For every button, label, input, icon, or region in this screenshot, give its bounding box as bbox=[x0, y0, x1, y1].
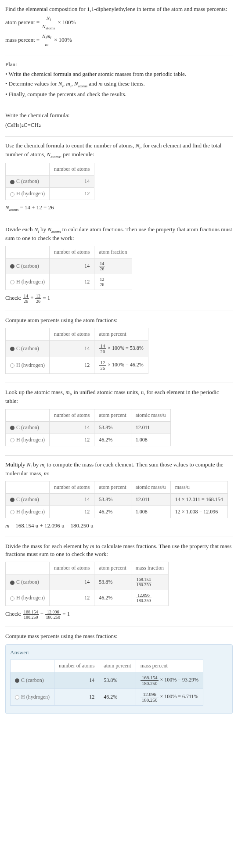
check-label: Check: bbox=[5, 611, 23, 617]
chemical-formula: (C₆H₅)₂C=CH₂ bbox=[5, 121, 233, 129]
cell-value: 1.008 bbox=[131, 434, 170, 446]
atom-frac-intro: Divide each Ni by Natoms to calculate at… bbox=[5, 226, 233, 242]
cell-value: 46.2% bbox=[94, 506, 131, 518]
elem-label: H (hydrogen) bbox=[16, 279, 45, 285]
mass-frac-section: Divide the mass for each element by m to… bbox=[5, 542, 233, 627]
cell-value: 12 × 1.008 = 12.096 bbox=[170, 506, 227, 518]
cell-value: 14 bbox=[49, 493, 94, 506]
cell-value: 53.8% bbox=[94, 421, 131, 434]
carbon-circle-icon bbox=[10, 498, 14, 502]
th: atomic mass/u bbox=[131, 409, 170, 421]
carbon-circle-icon bbox=[10, 347, 14, 351]
atom-frac-table: number of atomsatom fraction C (carbon) … bbox=[5, 246, 132, 290]
cell-value: 12 bbox=[49, 506, 94, 518]
atom-pct-title: Compute atom percents using the atom fra… bbox=[5, 316, 233, 324]
page-content: Find the elemental composition for 1,1-d… bbox=[0, 0, 238, 728]
mass-pct-section: Compute mass percents using the mass fra… bbox=[5, 632, 233, 719]
cell-value: 12.011 bbox=[131, 493, 170, 506]
cell-frac: 1226 bbox=[94, 274, 132, 290]
th: number of atoms bbox=[49, 409, 94, 421]
mass-frac-intro: Divide the mass for each element by m to… bbox=[5, 542, 233, 558]
cell-calc: 12.096180.250 × 100% = 6.711% bbox=[136, 689, 203, 705]
formula-title: Write the chemical formula: bbox=[5, 111, 233, 119]
carbon-circle-icon bbox=[10, 581, 14, 585]
mc-pre: Multiply bbox=[5, 461, 27, 468]
plan-bullet-3: • Finally, compute the percents and chec… bbox=[5, 90, 233, 98]
cell-value: 12 bbox=[49, 357, 94, 374]
table-row: H (hydrogen) 12 bbox=[6, 188, 94, 200]
th: atom percent bbox=[94, 481, 131, 493]
times-100-b: × 100% bbox=[54, 36, 72, 43]
elem-label: C (carbon) bbox=[16, 579, 39, 585]
plan-bullet-1: • Write the chemical formula and gather … bbox=[5, 70, 233, 78]
count-total: Natoms = 14 + 12 = 26 bbox=[5, 204, 233, 212]
cell-value: 14 bbox=[49, 574, 94, 590]
check-eq: = 1 bbox=[61, 611, 70, 617]
answer-box: Answer: number of atomsatom percentmass … bbox=[5, 644, 233, 714]
plan-bullet-2: • Determine values for Ni, mi, Natoms an… bbox=[5, 80, 233, 89]
mass-lookup-section: Look up the atomic mass, mi, in unified … bbox=[5, 388, 233, 455]
check-eq: = 1 bbox=[41, 294, 50, 301]
elem-label: C (carbon) bbox=[16, 263, 39, 269]
table-row: C (carbon) 14 bbox=[6, 176, 94, 188]
atom-frac-check: Check: 1426 + 1226 = 1 bbox=[5, 294, 233, 304]
mass-total-eq: = 168.154 u + 12.096 u = 180.250 u bbox=[9, 522, 93, 529]
mass-lookup-intro: Look up the atomic mass, mi, in unified … bbox=[5, 388, 233, 405]
cell-frac: 1426 bbox=[94, 258, 132, 274]
th: mass percent bbox=[136, 660, 203, 672]
mass-compute-intro: Multiply Ni by mi to compute the mass fo… bbox=[5, 461, 233, 477]
table-row: H (hydrogen) 12 1226 × 100% = 46.2% bbox=[6, 357, 148, 374]
check-label: Check: bbox=[5, 294, 23, 301]
cell-value: 12 bbox=[49, 590, 94, 606]
cell-value: 14 bbox=[54, 672, 99, 689]
th: atom fraction bbox=[94, 246, 132, 258]
count-intro: Use the chemical formula to count the nu… bbox=[5, 142, 233, 159]
cell-value: 14 × 12.011 = 168.154 bbox=[170, 493, 227, 506]
atom-percent-fraction: Ni Natoms bbox=[41, 15, 56, 31]
plan-section: Plan: • Write the chemical formula and g… bbox=[5, 61, 233, 106]
cell-frac: 168.154180.250 bbox=[131, 574, 168, 590]
count-intro-pre: Use the chemical formula to count the nu… bbox=[5, 142, 135, 149]
table-row: H (hydrogen) 12 46.2% 1.008 bbox=[6, 434, 171, 446]
cell-value: 53.8% bbox=[94, 493, 131, 506]
times-100: × 100% bbox=[58, 19, 76, 25]
carbon-circle-icon bbox=[15, 678, 19, 683]
cell-value: 53.8% bbox=[94, 574, 131, 590]
hydrogen-circle-icon bbox=[15, 695, 19, 699]
th: number of atoms bbox=[49, 562, 94, 574]
elem-label: H (hydrogen) bbox=[16, 509, 45, 515]
intro-section: Find the elemental composition for 1,1-d… bbox=[5, 5, 233, 55]
cell-value: 46.2% bbox=[99, 689, 136, 705]
plan-title: Plan: bbox=[5, 61, 233, 68]
cell-value: 14 bbox=[49, 341, 94, 357]
table-row: C (carbon) 14 1426 bbox=[6, 258, 132, 274]
table-row: H (hydrogen) 12 1226 bbox=[6, 274, 132, 290]
mass-percent-fraction: Nimi m bbox=[41, 33, 52, 48]
mass-frac-table: number of atomsatom percentmass fraction… bbox=[5, 562, 169, 606]
hydrogen-circle-icon bbox=[10, 438, 14, 442]
table-row: H (hydrogen) 12 46.2% 12.096180.250 bbox=[6, 590, 169, 606]
atom-frac-section: Divide each Ni by Natoms to calculate at… bbox=[5, 226, 233, 311]
elem-label: C (carbon) bbox=[21, 677, 44, 683]
ml-pre: Look up the atomic mass, bbox=[5, 389, 65, 395]
count-section: Use the chemical formula to count the nu… bbox=[5, 142, 233, 220]
th: mass fraction bbox=[131, 562, 168, 574]
elem-label: H (hydrogen) bbox=[16, 595, 45, 601]
cell-value: 46.2% bbox=[94, 590, 131, 606]
th: atom percent bbox=[94, 328, 148, 341]
count-intro-post: , per molecule: bbox=[60, 151, 94, 158]
cell-value: 53.8% bbox=[99, 672, 136, 689]
cell-value: 12 bbox=[49, 188, 94, 200]
th: mass/u bbox=[170, 481, 227, 493]
cell-calc: 168.154180.250 × 100% = 93.29% bbox=[136, 672, 203, 689]
cell-frac: 12.096180.250 bbox=[131, 590, 168, 606]
cell-calc: 1226 × 100% = 46.2% bbox=[94, 357, 148, 374]
hydrogen-circle-icon bbox=[10, 363, 14, 368]
plan-b2-pre: • Determine values for bbox=[5, 80, 58, 87]
cell-value: 12.011 bbox=[131, 421, 170, 434]
mass-pct-title: Compute mass percents using the mass fra… bbox=[5, 632, 233, 640]
cell-value: 46.2% bbox=[94, 434, 131, 446]
th: number of atoms bbox=[54, 660, 99, 672]
th: atomic mass/u bbox=[131, 481, 170, 493]
mc-end: : bbox=[48, 470, 50, 477]
